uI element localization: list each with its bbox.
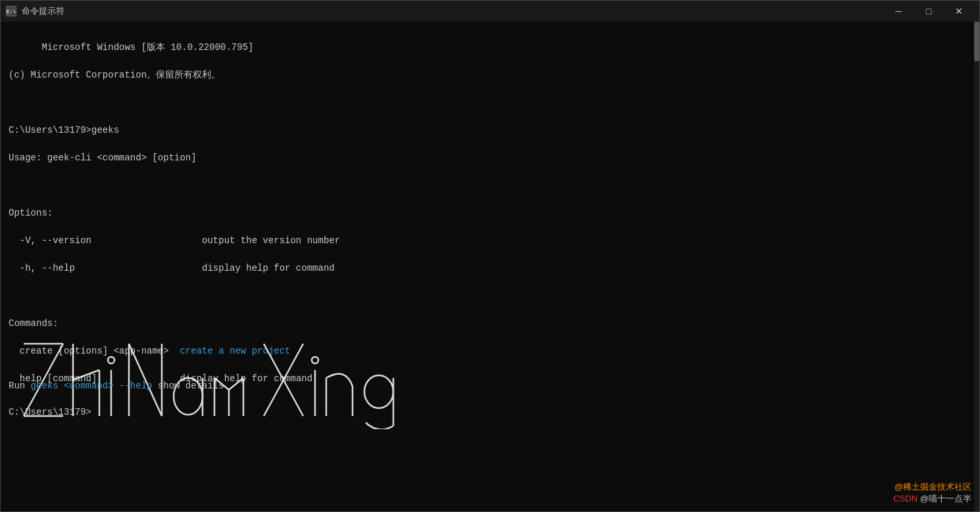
final-prompt: C:\Users\13179> [9,407,91,417]
title-bar: C:\ 命令提示符 ─ □ ✕ [1,1,979,22]
run-suffix: show details [152,381,224,391]
final-prompt-line: C:\Users\13179> [9,406,91,419]
line-help-opt: -h, --help display help for command [9,263,335,273]
terminal-window: C:\ 命令提示符 ─ □ ✕ Microsoft Windows [版本 10… [0,0,980,512]
line-commands-header: Commands: [9,318,59,329]
run-prefix: Run [9,381,31,391]
author-name: @喵十一点半 [920,494,971,503]
line-options-header: Options: [9,208,53,218]
minimize-button[interactable]: ─ [883,1,914,22]
create-cmd-label: create [options] <app-name> [9,346,180,356]
scrollbar[interactable] [974,22,979,511]
create-cmd-desc: create a new project [180,346,290,356]
scrollbar-thumb[interactable] [974,22,979,61]
line-copyright: (c) Microsoft Corporation。保留所有权利。 [9,70,220,80]
watermark-bottom-right: @稀土掘金技术社区 CSDN @喵十一点半 [893,481,971,505]
window-title: 命令提示符 [22,5,64,17]
maximize-button[interactable]: □ [914,1,944,22]
line-prompt-geeks: C:\Users\13179>geeks [9,125,119,135]
terminal-output: Microsoft Windows [版本 10.0.22000.795] (c… [9,27,971,400]
terminal-icon: C:\ [6,6,16,16]
author-credit: CSDN @喵十一点半 [893,493,971,505]
title-bar-left: C:\ 命令提示符 [6,5,64,17]
close-button[interactable]: ✕ [944,1,974,22]
line-win-version: Microsoft Windows [版本 10.0.22000.795] [41,42,253,53]
line-version-opt: -V, --version output the version number [9,235,340,246]
csdn-label: CSDN [893,494,919,503]
run-highlight: geeks <command> --help [31,381,153,391]
line-usage: Usage: geek-cli <command> [option] [9,152,197,163]
run-line: Run geeks <command> --help show details [9,379,224,393]
window-controls: ─ □ ✕ [883,1,974,22]
line-create-cmd: create [options] <app-name> create a new… [9,346,290,356]
csdn-community: @稀土掘金技术社区 [893,481,971,493]
terminal-body[interactable]: Microsoft Windows [版本 10.0.22000.795] (c… [1,22,979,511]
